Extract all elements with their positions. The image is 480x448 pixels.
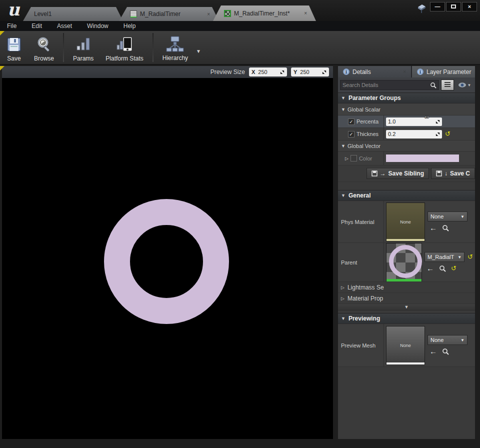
- floppy-icon: [372, 170, 378, 176]
- phys-material-thumbnail[interactable]: None: [386, 202, 425, 242]
- browse-to-asset-icon[interactable]: [442, 348, 449, 355]
- menu-asset[interactable]: Asset: [50, 22, 80, 30]
- hierarchy-tree-icon: [165, 35, 185, 53]
- tab-m-radialtimer[interactable]: M_RadialTimer ×: [119, 7, 219, 21]
- thickness-checkbox[interactable]: ✓: [348, 131, 354, 138]
- collapsed-arrow-icon[interactable]: ▷: [345, 156, 348, 161]
- param-row-percent: ✓ Percenta 1.0: [338, 116, 475, 128]
- browse-magnifier-icon: [36, 36, 52, 54]
- use-selected-asset-icon[interactable]: ←: [430, 347, 437, 356]
- material-asset-icon: [130, 10, 137, 18]
- save-sibling-button[interactable]: → Save Sibling: [366, 168, 429, 179]
- preview-size-label: Preview Size: [210, 68, 245, 76]
- hierarchy-button[interactable]: Hierarchy: [156, 32, 194, 64]
- browse-to-asset-icon[interactable]: [442, 224, 449, 232]
- view-options-button[interactable]: ▼: [456, 80, 473, 90]
- menu-file[interactable]: File: [0, 22, 24, 30]
- tab-layer-parameter[interactable]: i Layer Parameter: [412, 66, 475, 78]
- show-advanced-expander[interactable]: ▼: [338, 304, 475, 310]
- use-selected-asset-icon[interactable]: ←: [426, 264, 434, 272]
- group-global-vector[interactable]: ▼ Global Vector: [338, 140, 475, 152]
- info-icon: i: [417, 68, 424, 75]
- dropdown-value: None: [430, 214, 458, 220]
- platform-stats-label: Platform Stats: [106, 55, 143, 62]
- percent-value-input[interactable]: 1.0: [386, 118, 442, 126]
- panel-corner-marker: [0, 31, 4, 36]
- save-button[interactable]: Save: [0, 31, 28, 64]
- section-title: Previewing: [348, 315, 380, 322]
- parent-material-thumbnail[interactable]: [386, 243, 422, 282]
- details-panel: i Details × i Layer Parameter: [338, 66, 475, 439]
- material-preview-viewport[interactable]: [2, 78, 333, 442]
- panel-tab-strip: i Details × i Layer Parameter: [338, 66, 475, 78]
- browse-button[interactable]: Browse: [28, 31, 60, 64]
- chevron-down-icon: ▼: [458, 255, 462, 260]
- viewport-header: Preview Size X 250 Y 250: [2, 66, 333, 78]
- tab-details[interactable]: i Details ×: [338, 66, 411, 78]
- close-tab-icon[interactable]: ×: [207, 12, 210, 17]
- reset-to-default-icon[interactable]: ↺: [445, 132, 450, 136]
- section-parameter-groups[interactable]: ▼ Parameter Groups: [338, 92, 475, 104]
- chevron-down-icon: ▼: [468, 83, 472, 88]
- maximize-icon: [451, 4, 456, 8]
- tab-label: M_RadialTimer: [140, 10, 180, 18]
- preview-mesh-row: Preview Mesh None None ▼ ←: [338, 324, 475, 367]
- toolbar: Save Browse Params: [0, 31, 480, 65]
- y-value: 250: [300, 69, 319, 75]
- preview-mesh-dropdown[interactable]: None ▼: [428, 335, 468, 345]
- reset-to-default-icon[interactable]: ↺: [468, 254, 473, 260]
- drag-spinner-icon[interactable]: [280, 70, 284, 74]
- list-view-button[interactable]: [441, 80, 454, 90]
- use-selected-asset-icon[interactable]: ←: [430, 224, 437, 232]
- menu-window[interactable]: Window: [80, 22, 116, 30]
- minimize-button[interactable]: —: [430, 2, 445, 12]
- close-tab-icon[interactable]: ×: [403, 69, 406, 74]
- menu-edit[interactable]: Edit: [24, 22, 50, 30]
- param-row-color: ▷ ✓ Color: [338, 152, 475, 166]
- toolbar-separator: [152, 33, 154, 62]
- browse-to-asset-icon[interactable]: [439, 265, 446, 272]
- tab-level1[interactable]: Level1: [23, 7, 123, 21]
- chevron-down-icon[interactable]: ▼: [196, 48, 201, 54]
- group-label: Global Vector: [348, 143, 380, 149]
- thickness-value-input[interactable]: 0.2: [386, 130, 442, 138]
- search-icon: [430, 82, 436, 88]
- horizontal-resize-cursor-icon: ⇔: [423, 112, 430, 120]
- section-general[interactable]: ▼ General: [338, 190, 475, 201]
- preview-size-x-input[interactable]: X 250: [249, 68, 287, 76]
- parent-row: Parent M_RadialT ▼ ↺ ←: [338, 243, 475, 282]
- percent-checkbox[interactable]: ✓: [348, 118, 354, 125]
- drag-spinner-icon[interactable]: [322, 70, 326, 74]
- color-swatch[interactable]: [386, 154, 459, 162]
- parent-material-dropdown[interactable]: M_RadialT ▼: [424, 252, 464, 262]
- lightmass-settings-row[interactable]: ▷ Lightmass Se: [338, 282, 475, 293]
- preview-size-y-input[interactable]: Y 250: [291, 68, 329, 76]
- tab-m-radialtimer-inst[interactable]: M_RadialTimer_Inst* ×: [213, 6, 316, 21]
- panel-splitter[interactable]: [333, 65, 338, 448]
- phys-material-dropdown[interactable]: None ▼: [428, 212, 468, 222]
- maximize-button[interactable]: [446, 2, 461, 12]
- browse-label: Browse: [34, 55, 54, 62]
- search-details-input[interactable]: [342, 82, 430, 88]
- preview-mesh-thumbnail[interactable]: None: [386, 326, 425, 365]
- reset-to-default-icon[interactable]: ↺: [451, 266, 456, 271]
- tab-label: Level1: [34, 10, 52, 18]
- menu-help[interactable]: Help: [116, 22, 144, 30]
- drag-spinner-icon[interactable]: [436, 132, 440, 136]
- color-checkbox[interactable]: ✓: [350, 155, 357, 162]
- material-property-row[interactable]: ▷ Material Prop: [338, 293, 475, 304]
- window-border: [0, 439, 480, 448]
- x-label: X: [252, 69, 255, 75]
- window-border: [475, 65, 480, 448]
- params-bars-icon: [75, 36, 92, 54]
- section-title: General: [348, 192, 371, 199]
- save-child-button[interactable]: ↓ Save C: [431, 168, 475, 179]
- close-button[interactable]: ×: [462, 2, 477, 12]
- close-tab-icon[interactable]: ×: [304, 10, 307, 16]
- platform-stats-button[interactable]: Platform Stats: [100, 31, 149, 64]
- section-previewing[interactable]: ▼ Previewing: [338, 313, 475, 324]
- group-global-scalar[interactable]: ▼ Global Scalar: [338, 104, 475, 116]
- drag-spinner-icon[interactable]: [436, 120, 440, 124]
- params-button[interactable]: Params: [67, 31, 100, 64]
- arrow-down-icon: ↓: [444, 170, 448, 177]
